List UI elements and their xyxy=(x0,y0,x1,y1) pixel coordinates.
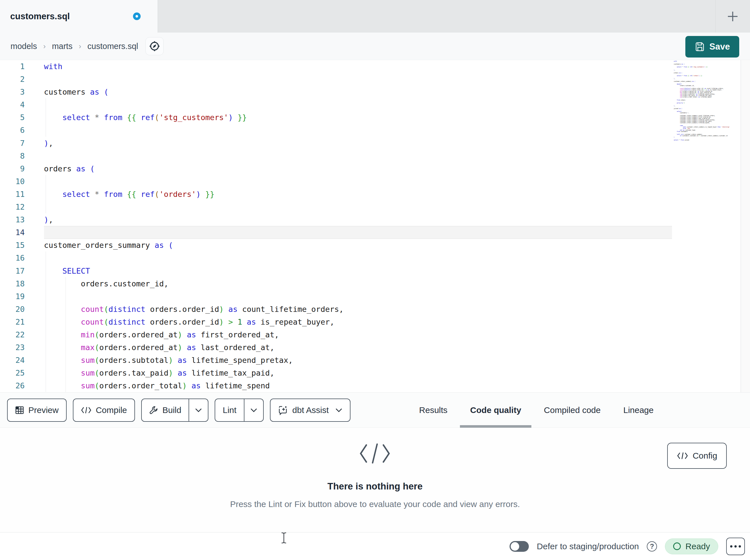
breadcrumb: models › marts › customers.sql xyxy=(11,42,138,51)
code-line-text: max(orders.ordered_at) as last_ordered_a… xyxy=(44,341,672,354)
panel-tab-compiled-code[interactable]: Compiled code xyxy=(533,392,612,428)
breadcrumb-separator: › xyxy=(43,42,46,51)
code-line-3[interactable]: 3customers as ( xyxy=(0,86,750,98)
line-number: 14 xyxy=(0,226,44,239)
code-line-16[interactable]: 16 xyxy=(0,251,750,264)
code-line-17[interactable]: 17 SELECT xyxy=(0,265,750,277)
build-button[interactable]: Build xyxy=(142,399,189,421)
preview-button-label: Preview xyxy=(28,405,59,415)
line-number: 25 xyxy=(0,367,44,379)
save-button[interactable]: Save xyxy=(685,36,739,58)
code-line-text: ), xyxy=(44,137,672,149)
compile-button-label: Compile xyxy=(96,405,127,415)
code-line-text: sum(orders.order_total) as lifetime_spen… xyxy=(44,379,672,392)
code-line-5[interactable]: 5 select * from {{ ref('stg_customers') … xyxy=(0,111,750,124)
code-line-15[interactable]: 15customer_orders_summary as ( xyxy=(0,239,750,251)
line-number: 11 xyxy=(0,188,44,201)
code-line-21[interactable]: 21 count(distinct orders.order_id) > 1 a… xyxy=(0,315,750,328)
line-number: 1 xyxy=(0,60,44,73)
file-tab-customers-sql[interactable]: customers.sql xyxy=(0,0,158,33)
code-line-7[interactable]: 7), xyxy=(0,137,750,149)
editor-minimap[interactable]: with customers as ( select * from {{ ref… xyxy=(674,61,739,151)
code-line-text: ), xyxy=(44,213,672,226)
view-docs-button[interactable] xyxy=(145,37,164,55)
line-number: 22 xyxy=(0,328,44,341)
breadcrumb-item-file: customers.sql xyxy=(87,42,138,51)
code-line-23[interactable]: 23 max(orders.ordered_at) as last_ordere… xyxy=(0,341,750,354)
line-number: 5 xyxy=(0,111,44,124)
dbt-assist-button[interactable]: dbt Assist xyxy=(270,398,351,422)
code-line-9[interactable]: 9orders as ( xyxy=(0,162,750,175)
lint-button[interactable]: Lint xyxy=(215,399,243,421)
save-button-label: Save xyxy=(709,42,730,52)
line-number: 6 xyxy=(0,124,44,137)
help-icon[interactable]: ? xyxy=(647,541,657,552)
chevron-down-icon xyxy=(335,408,342,412)
code-line-text xyxy=(44,290,672,303)
code-line-text xyxy=(44,226,672,239)
table-icon xyxy=(15,406,24,415)
code-line-13[interactable]: 13), xyxy=(0,213,750,226)
tab-bar-divider xyxy=(715,0,716,33)
line-number: 23 xyxy=(0,341,44,354)
code-line-19[interactable]: 19 xyxy=(0,290,750,303)
line-number: 24 xyxy=(0,354,44,367)
breadcrumb-separator: › xyxy=(79,42,81,51)
line-number: 10 xyxy=(0,175,44,188)
breadcrumb-item-models[interactable]: models xyxy=(11,42,37,51)
code-line-26[interactable]: 26 sum(orders.order_total) as lifetime_s… xyxy=(0,379,750,392)
code-line-text: select * from {{ ref('orders') }} xyxy=(44,188,672,201)
panel-tab-code-quality[interactable]: Code quality xyxy=(459,392,533,428)
line-number: 9 xyxy=(0,162,44,175)
code-line-text: customer_orders_summary as ( xyxy=(44,239,672,251)
code-line-22[interactable]: 22 min(orders.ordered_at) as first_order… xyxy=(0,328,750,341)
compass-icon xyxy=(149,40,160,52)
ibeam-cursor xyxy=(281,532,287,544)
chevron-down-icon xyxy=(250,408,257,412)
code-line-text: SELECT xyxy=(44,265,672,277)
indent-guide xyxy=(65,367,66,379)
code-line-18[interactable]: 18 orders.customer_id, xyxy=(0,277,750,290)
code-icon xyxy=(677,452,688,460)
editor-scrollbar[interactable] xyxy=(741,60,750,392)
code-line-25[interactable]: 25 sum(orders.tax_paid) as lifetime_tax_… xyxy=(0,367,750,379)
status-bar: Defer to staging/production ? Ready xyxy=(0,532,750,560)
panel-tab-lineage[interactable]: Lineage xyxy=(612,392,665,428)
build-options-button[interactable] xyxy=(189,399,208,421)
defer-toggle[interactable] xyxy=(510,541,529,552)
config-button-label: Config xyxy=(693,451,717,461)
line-number: 13 xyxy=(0,213,44,226)
code-line-11[interactable]: 11 select * from {{ ref('orders') }} xyxy=(0,188,750,201)
code-line-20[interactable]: 20 count(distinct orders.order_id) as co… xyxy=(0,303,750,315)
more-options-button[interactable] xyxy=(726,538,745,555)
code-line-text: orders as ( xyxy=(44,162,672,175)
line-number: 21 xyxy=(0,315,44,328)
build-split-button: Build xyxy=(141,398,209,422)
compile-button[interactable]: Compile xyxy=(73,398,135,422)
new-tab-button[interactable] xyxy=(722,5,744,28)
code-line-24[interactable]: 24 sum(orders.subtotal) as lifetime_spen… xyxy=(0,354,750,367)
code-line-8[interactable]: 8 xyxy=(0,149,750,162)
save-floppy-icon xyxy=(695,42,705,52)
code-line-12[interactable]: 12 xyxy=(0,201,750,213)
breadcrumb-item-marts[interactable]: marts xyxy=(52,42,73,51)
indent-guide xyxy=(65,341,66,354)
line-number: 19 xyxy=(0,290,44,303)
indent-guide xyxy=(65,303,66,315)
config-button[interactable]: Config xyxy=(667,443,727,469)
code-line-14[interactable]: 14 xyxy=(0,226,750,239)
line-number: 18 xyxy=(0,277,44,290)
file-tab-title: customers.sql xyxy=(10,11,133,22)
code-icon xyxy=(81,407,92,414)
code-line-2[interactable]: 2 xyxy=(0,73,750,86)
code-line-4[interactable]: 4 xyxy=(0,98,750,111)
code-line-text: sum(orders.subtotal) as lifetime_spend_p… xyxy=(44,354,672,367)
code-line-6[interactable]: 6 xyxy=(0,124,750,137)
code-line-1[interactable]: 1with xyxy=(0,60,750,73)
lint-options-button[interactable] xyxy=(244,399,263,421)
panel-tab-results[interactable]: Results xyxy=(408,392,459,428)
preview-button[interactable]: Preview xyxy=(7,398,67,422)
code-line-10[interactable]: 10 xyxy=(0,175,750,188)
ellipsis-icon xyxy=(730,545,732,547)
code-editor[interactable]: 1with23customers as (45 select * from {{… xyxy=(0,60,750,392)
